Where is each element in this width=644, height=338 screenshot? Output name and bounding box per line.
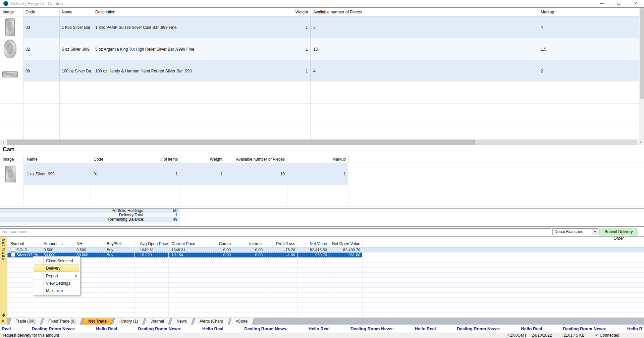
connection-label: Connected (600, 333, 619, 338)
nt-cell-buysell: Buy (107, 248, 113, 252)
close-icon[interactable]: ✕ (627, 0, 644, 7)
catalog-header-pieces[interactable]: Available number of Pieces (313, 10, 362, 14)
catalog-header-image[interactable]: Image (3, 10, 14, 14)
nt-header-avg-open[interactable]: Avg Open Price (140, 241, 168, 246)
catalog-header-markup[interactable]: Markup (541, 10, 554, 14)
net-trade-empty-grid (7, 258, 644, 317)
ticker-segment: Hello Real (96, 326, 117, 331)
catalog-cell-pieces: 5 (313, 25, 316, 30)
scroll-right-icon[interactable]: › (637, 139, 644, 145)
menu-item-view-settings[interactable]: View Settings (33, 279, 80, 287)
nt-cell-net-open-value: 82,490.70 (329, 248, 362, 252)
net-trade-header-row: Symbol Amount▲ NH Buy/Sell Avg Open Pric… (7, 240, 644, 247)
tab-alerts[interactable]: Alerts (Chan) (194, 318, 229, 325)
ticker-segment: Dealing Room News: (457, 326, 500, 331)
nt-cell-current: 19.194 (171, 253, 183, 257)
panel-close-icon[interactable]: ✕ (1, 319, 5, 323)
catalog-cell-description: 100 oz Handy & Harman Hand Poured Silver… (95, 69, 192, 73)
catalog-header-weight[interactable]: Weight (205, 10, 308, 14)
ticker-segment: Dealing Room News: (138, 326, 181, 331)
catalog-cell-pieces: 4 (313, 69, 316, 73)
cart-header-items[interactable]: # of items (147, 157, 180, 162)
catalog-cell-markup: 1.5 (541, 47, 546, 52)
branch-select[interactable]: Dubai Branches (552, 228, 598, 235)
catalog-header-code[interactable]: Code (25, 10, 35, 14)
catalog-empty-row (0, 82, 639, 104)
tab-trade[interactable]: Trade (6/0) (10, 318, 41, 325)
catalog-cell-description: 5 oz Argentia King Tut High Relief Silve… (95, 47, 194, 52)
submit-delivery-order-button[interactable]: Submit Delivery Order (599, 228, 638, 235)
catalog-horizontal-scrollbar[interactable]: ‹ › (0, 139, 644, 145)
catalog-empty-row (0, 125, 639, 139)
tab-news[interactable]: News (171, 318, 193, 325)
catalog-cell-weight: 1 (205, 69, 308, 73)
cart-row[interactable]: 1 oz Silver .999 01 1 1 10 1 (0, 163, 644, 185)
menu-item-delivery[interactable]: Delivery (34, 265, 79, 272)
chevron-down-icon[interactable] (592, 229, 598, 235)
cart-header-name[interactable]: Name (27, 157, 38, 162)
nt-header-interest[interactable]: Interest (233, 241, 265, 246)
tab-net-trade[interactable]: Net Trade (83, 318, 112, 325)
cart-header-code[interactable]: Code (94, 157, 103, 162)
ticker-segment: Real (2, 326, 11, 331)
maximize-icon[interactable]: ☐ (610, 0, 627, 7)
cart-header-row: Image Name Code # of items Weight Availa… (0, 155, 644, 163)
status-traffic: 2101 / 5 KB (558, 333, 590, 338)
ticker-segment: Hello Real (202, 326, 223, 331)
catalog-cell-markup: 4 (541, 25, 543, 30)
catalog-header-name[interactable]: Name (62, 10, 72, 14)
scrollbar-thumb[interactable] (640, 8, 644, 99)
nt-header-current[interactable]: Current Price (171, 241, 195, 246)
menu-item-report[interactable]: Report (33, 272, 80, 279)
nt-header-buysell[interactable]: Buy/Sell (107, 241, 121, 246)
catalog-cell-code: 02 (25, 47, 30, 52)
catalog-cell-markup: 2 (541, 69, 543, 73)
nt-header-net-value[interactable]: Net Value (297, 241, 329, 246)
ticker-segment: Hello Real (521, 326, 542, 331)
status-connection: ✔Connected (590, 333, 644, 338)
scroll-left-icon[interactable]: ‹ (0, 139, 7, 145)
net-trade-vertical-tab[interactable]: Net Trade (1, 239, 6, 260)
nt-header-net-open-value[interactable]: Net Open Value (329, 241, 362, 246)
catalog-row[interactable]: 08 100 oz Silver Ba... 100 oz Handy & Ha… (0, 60, 639, 82)
catalog-row[interactable]: 02 5 oz Silver .999 5 oz Argentia King T… (0, 38, 639, 60)
nt-cell-buysell: Buy (107, 253, 113, 257)
catalog-header-description[interactable]: Description (95, 10, 115, 14)
net-trade-row-gold[interactable]: GOLD 0.500 0.500 Buy 1649.81 1648.31 0.0… (7, 247, 644, 252)
catalog-row[interactable]: 03 1 Kilo Silver Bar ... 1 Kilo PAMP Sui… (0, 16, 639, 38)
tab-vstore[interactable]: vStore (230, 318, 253, 325)
row-checkbox[interactable] (11, 248, 15, 252)
nt-cell-symbol: GOLD (16, 248, 28, 252)
menu-item-close-selected[interactable]: Close Selected (33, 257, 80, 265)
cart-header-image[interactable]: Image (3, 157, 14, 162)
cart-header-pieces[interactable]: Available number of Pieces (225, 157, 287, 162)
menu-item-maximize[interactable]: Maximize (33, 287, 80, 294)
net-trade-panel-strip[interactable]: Net Trade ✕ (0, 237, 7, 325)
catalog-cell-code: 08 (25, 69, 30, 73)
scrollbar-thumb[interactable] (7, 139, 475, 145)
minimize-icon[interactable]: — (594, 0, 610, 7)
cart-cell-name: 1 oz Silver .999 (27, 172, 55, 176)
nt-header-symbol[interactable]: Symbol (10, 241, 24, 246)
cart-cell-markup: 1 (287, 172, 348, 176)
tab-history[interactable]: History (1) (114, 318, 144, 325)
nt-cell-avg-open: 19.220 (140, 253, 152, 257)
cart-header-markup[interactable]: Markup (287, 157, 348, 162)
nt-cell-current: 1648.31 (171, 248, 185, 252)
comment-input[interactable] (0, 228, 551, 235)
cart-header-weight[interactable]: Weight (180, 157, 225, 162)
panel-splitter[interactable] (0, 236, 644, 237)
catalog-cell-weight: 1 (205, 47, 308, 52)
tab-journal[interactable]: Journal (145, 318, 169, 325)
catalog-cell-code: 03 (25, 25, 30, 30)
nt-header-amount[interactable]: Amount▲ (44, 241, 64, 246)
pin-icon[interactable] (2, 313, 6, 319)
nt-header-comm[interactable]: Comm (200, 241, 233, 246)
catalog-vertical-scrollbar[interactable] (639, 8, 644, 139)
context-menu: Close Selected Delivery Report View Sett… (33, 256, 80, 295)
ticker-segment: Dealing Room News: (244, 326, 287, 331)
nt-header-nh[interactable]: NH (76, 241, 82, 246)
nt-header-profit-loss[interactable]: Profit/Loss (265, 241, 297, 246)
tab-fixed-trade[interactable]: Fixed Trade (9) (43, 318, 81, 325)
row-checkbox[interactable] (11, 253, 15, 257)
